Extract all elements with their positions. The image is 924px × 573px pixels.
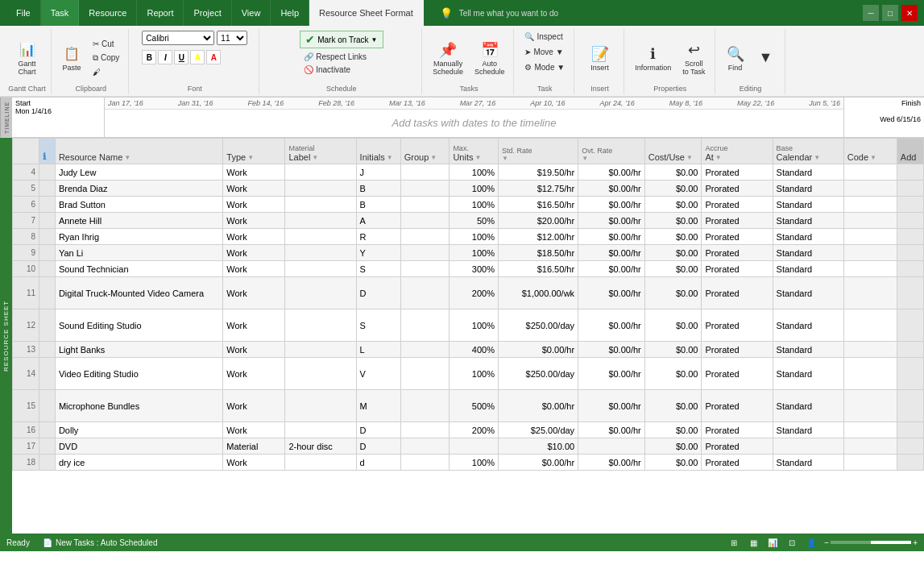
material-label[interactable] [285,342,356,358]
resource-name[interactable]: Brad Sutton [55,197,222,213]
add-header[interactable]: Add [897,139,923,164]
max-units[interactable] [450,438,499,455]
edit-dropdown-button[interactable]: ▼ [752,46,780,70]
code[interactable] [843,245,897,261]
ovt-rate[interactable]: $0.00/hr [578,422,645,438]
ovt-rate[interactable]: $0.00/hr [578,358,645,390]
std-rate[interactable]: $25.00/day [498,422,578,438]
code[interactable] [843,213,897,229]
resource-name[interactable]: Yan Li [55,245,222,261]
resource-type[interactable]: Work [223,197,285,213]
zoom-out-button[interactable]: − [824,538,829,547]
ovt-rate[interactable]: $0.00/hr [578,455,645,471]
resource-type[interactable]: Work [223,213,285,229]
max-units-header[interactable]: Max. Units ▼ [450,139,499,164]
ovt-rate[interactable]: $0.00/hr [578,342,645,358]
inspect-button[interactable]: 🔍 Inspect [520,31,566,43]
base-calendar[interactable]: Standard [773,229,843,245]
underline-button[interactable]: U [174,50,189,64]
resource-name[interactable]: Dolly [55,422,222,438]
max-units[interactable]: 100% [450,245,499,261]
group[interactable] [400,342,450,358]
tab-view[interactable]: View [232,0,271,26]
max-units[interactable]: 100% [450,181,499,197]
accrue-at[interactable]: Prorated [702,229,773,245]
base-calendar[interactable]: Standard [773,261,843,277]
accrue-at[interactable]: Prorated [702,455,773,471]
view-icon[interactable]: ▦ [747,536,760,549]
std-rate[interactable]: $12.00/hr [498,229,578,245]
initials[interactable]: D [356,277,400,309]
initials[interactable]: S [356,309,400,342]
group[interactable] [400,277,450,309]
std-rate[interactable]: $0.00/hr [498,342,578,358]
resource-name[interactable]: Ryan Ihrig [55,229,222,245]
material-label[interactable] [285,309,356,342]
std-rate-header[interactable]: Std. Rate ▼ [498,139,578,164]
filter-icon[interactable]: ⊞ [727,536,740,549]
max-units[interactable]: 50% [450,213,499,229]
font-color-button[interactable]: A [206,50,221,64]
std-rate[interactable]: $1,000.00/wk [498,277,578,309]
material-label[interactable] [285,390,356,422]
manually-schedule-button[interactable]: 📌 ManuallySchedule [429,38,467,78]
accrue-at[interactable]: Prorated [702,309,773,342]
code[interactable] [843,261,897,277]
cost-use[interactable]: $0.00 [644,164,702,181]
cost-use[interactable]: $0.00 [644,455,702,471]
tab-task[interactable]: Task [41,0,80,26]
code[interactable] [843,342,897,358]
group[interactable] [400,261,450,277]
accrue-at[interactable]: Prorated [702,358,773,390]
cost-use[interactable]: $0.00 [644,181,702,197]
insert-button[interactable]: 📝 Insert [586,42,614,74]
initials[interactable]: Y [356,245,400,261]
base-calendar[interactable]: Standard [773,213,843,229]
group[interactable] [400,245,450,261]
move-button[interactable]: ➤ Move ▼ [520,46,567,58]
ovt-rate[interactable]: $0.00/hr [578,390,645,422]
max-units[interactable]: 100% [450,309,499,342]
cost-use[interactable]: $0.00 [644,438,702,455]
max-units[interactable]: 200% [450,422,499,438]
group[interactable] [400,390,450,422]
resource-type[interactable]: Work [223,390,285,422]
material-label[interactable] [285,261,356,277]
std-rate[interactable]: $0.00/hr [498,455,578,471]
code[interactable] [843,181,897,197]
base-calendar[interactable]: Standard [773,164,843,181]
base-calendar[interactable]: Standard [773,455,843,471]
paste-button[interactable]: 📋 Paste [58,42,85,74]
group[interactable] [400,309,450,342]
base-calendar[interactable]: Standard [773,358,843,390]
group[interactable] [400,164,450,181]
initials[interactable]: L [356,342,400,358]
cost-use[interactable]: $0.00 [644,342,702,358]
resource-type[interactable]: Work [223,277,285,309]
max-units[interactable]: 400% [450,342,499,358]
resource-type[interactable]: Work [223,261,285,277]
material-label[interactable] [285,358,356,390]
code[interactable] [843,277,897,309]
copy-button[interactable]: ⧉ Copy [89,52,123,64]
material-label[interactable]: 2-hour disc [285,438,356,455]
format-painter-button[interactable]: 🖌 [89,66,123,78]
resource-type[interactable]: Work [223,358,285,390]
cost-use[interactable]: $0.00 [644,309,702,342]
tab-help[interactable]: Help [271,0,309,26]
accrue-at[interactable]: Prorated [702,390,773,422]
group[interactable] [400,358,450,390]
ovt-rate[interactable]: $0.00/hr [578,213,645,229]
cost-use[interactable]: $0.00 [644,390,702,422]
resource-name[interactable]: Brenda Diaz [55,181,222,197]
code[interactable] [843,455,897,471]
accrue-at[interactable]: Prorated [702,245,773,261]
base-calendar[interactable]: Standard [773,422,843,438]
ovt-rate[interactable]: $0.00/hr [578,277,645,309]
initials[interactable]: D [356,438,400,455]
initials[interactable]: d [356,455,400,471]
bold-button[interactable]: B [142,50,156,64]
tab-resource-sheet-format[interactable]: Resource Sheet Format [309,0,424,26]
mode-button[interactable]: ⚙ Mode ▼ [520,61,569,73]
accrue-at[interactable]: Prorated [702,277,773,309]
